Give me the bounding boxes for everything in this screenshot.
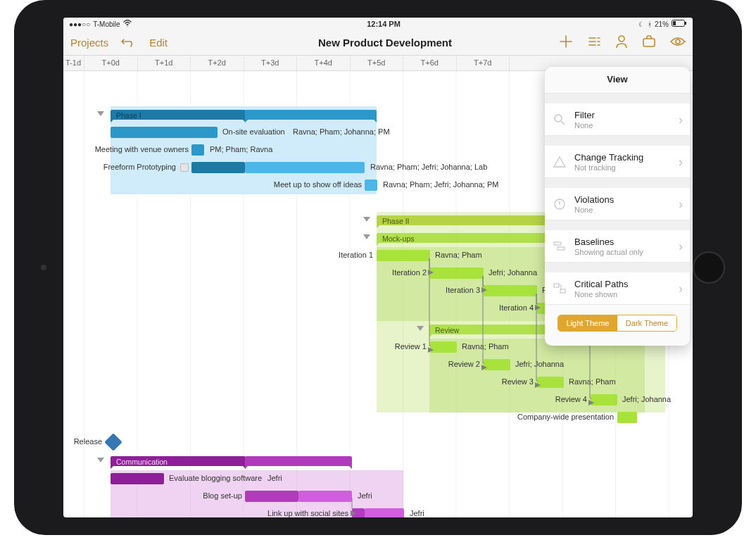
- blogsetup-bar-done[interactable]: [245, 491, 298, 502]
- release-milestone[interactable]: [104, 433, 122, 451]
- freeform-label: Freeform Prototyping: [63, 163, 176, 171]
- rev4-bar[interactable]: [591, 394, 617, 405]
- chevron-right-icon: ›: [679, 239, 683, 254]
- ipad-frame: 12:14 PM ●●●○○ T-Mobile ☾ ᚼ 21% New Prod…: [14, 0, 742, 535]
- ruler-tick: T+2d: [191, 56, 244, 70]
- iter3-bar[interactable]: [484, 285, 537, 296]
- svg-point-14: [555, 115, 562, 122]
- dark-theme-button[interactable]: Dark Theme: [617, 315, 676, 331]
- ruler-tick: T+4d: [297, 56, 351, 70]
- linkup-bar-done[interactable]: [352, 508, 365, 517]
- disclosure-icon[interactable]: [417, 326, 424, 331]
- iter4-label: Iteration 4: [63, 303, 534, 312]
- edit-button[interactable]: Edit: [149, 37, 168, 49]
- ruler-tick: T+1d: [138, 56, 191, 70]
- linkup-label: Link up with social sites: [63, 509, 348, 517]
- blogsetup-label: Blog set-up: [63, 491, 242, 500]
- projects-button[interactable]: Projects: [70, 37, 108, 49]
- undo-button[interactable]: [121, 35, 137, 50]
- svg-rect-17: [557, 247, 565, 250]
- rev3-res: Ravna; Pham: [569, 377, 616, 386]
- evalblog-label: Evaluate blogging software: [169, 474, 262, 482]
- briefcase-button[interactable]: [642, 35, 656, 51]
- svg-point-5: [676, 39, 680, 44]
- meeting-bar[interactable]: [191, 144, 204, 156]
- chevron-right-icon: ›: [679, 197, 683, 212]
- iter1-res: Ravna; Pham: [435, 251, 482, 259]
- ruler-tick: T+5d: [351, 56, 404, 70]
- release-label: Release: [63, 437, 102, 446]
- iter1-bar[interactable]: [377, 250, 430, 261]
- resources-button[interactable]: [615, 34, 628, 51]
- meetup-label: Meet up to show off ideas: [63, 180, 362, 189]
- rev1-label: Review 1: [63, 342, 427, 351]
- svg-rect-18: [554, 284, 559, 287]
- phase1-label: Phase I: [116, 111, 141, 120]
- companywide-label: Company-wide presentation: [63, 413, 614, 421]
- status-bar: 12:14 PM ●●●○○ T-Mobile ☾ ᚼ 21%: [63, 18, 693, 30]
- review-label: Review: [435, 326, 459, 334]
- rev1-res: Ravna; Pham: [462, 342, 509, 351]
- rev2-res: Jefri; Johanna: [515, 360, 564, 368]
- baselines-icon: [552, 241, 567, 251]
- rev3-label: Review 3: [63, 377, 534, 386]
- svg-point-3: [619, 36, 624, 42]
- blogsetup-bar-remain[interactable]: [298, 491, 352, 502]
- meetup-bar[interactable]: [365, 180, 377, 191]
- inspector-button[interactable]: [587, 34, 601, 51]
- chevron-right-icon: ›: [679, 155, 683, 170]
- rev2-bar[interactable]: [484, 359, 510, 370]
- svg-rect-4: [643, 39, 655, 46]
- view-button[interactable]: [670, 36, 686, 50]
- onsite-label: On-site evaluation: [222, 127, 285, 136]
- evalblog-res: Jefri: [267, 474, 282, 482]
- ruler-tick: T+3d: [244, 56, 298, 70]
- freeform-bar-done[interactable]: [191, 162, 245, 173]
- popover-change-tracking[interactable]: Change TrackingNot tracking ›: [545, 146, 690, 178]
- home-button[interactable]: [693, 251, 725, 284]
- meetup-res: Ravna; Pham; Jefri; Johanna; PM: [383, 180, 498, 189]
- iter3-label: Iteration 3: [63, 286, 480, 294]
- status-time: 12:14 PM: [69, 20, 693, 28]
- rev1-bar[interactable]: [430, 341, 457, 353]
- popover-critical-paths[interactable]: Critical PathsNone shown ›: [545, 272, 690, 305]
- violations-icon: [552, 198, 567, 210]
- iter2-res: Jefri; Johanna: [489, 268, 537, 277]
- companywide-bar[interactable]: [617, 412, 637, 423]
- chevron-right-icon: ›: [679, 282, 683, 296]
- view-popover: View FilterNone › Change TrackingNot tra…: [545, 67, 690, 346]
- light-theme-button[interactable]: Light Theme: [558, 315, 617, 331]
- screen: 12:14 PM ●●●○○ T-Mobile ☾ ᚼ 21% New Prod…: [63, 18, 693, 517]
- evalblog-bar[interactable]: [111, 473, 164, 484]
- communication-label: Communication: [116, 458, 168, 466]
- disclosure-icon[interactable]: [97, 111, 104, 116]
- disclosure-icon[interactable]: [363, 234, 370, 239]
- toolbar: New Product Development Projects Edit: [63, 30, 693, 56]
- ruler-tick: T+6d: [403, 56, 457, 70]
- theme-segmented[interactable]: Light Theme Dark Theme: [557, 315, 677, 332]
- mockups-label: Mock-ups: [382, 234, 415, 243]
- linkup-bar-remain[interactable]: [365, 508, 404, 517]
- popover-title: View: [545, 67, 690, 94]
- add-button[interactable]: [559, 34, 573, 51]
- note-icon[interactable]: [180, 163, 189, 172]
- triangle-icon: [552, 156, 567, 168]
- disclosure-icon[interactable]: [97, 458, 104, 463]
- onsite-bar[interactable]: [111, 127, 218, 138]
- disclosure-icon[interactable]: [363, 217, 370, 222]
- meeting-label: Meeting with venue owners: [63, 145, 189, 153]
- popover-baselines[interactable]: BaselinesShowing actual only ›: [545, 230, 690, 263]
- iter2-bar[interactable]: [430, 268, 484, 279]
- phase1-bar-remain[interactable]: [245, 110, 377, 120]
- rev3-bar[interactable]: [537, 377, 564, 388]
- popover-violations[interactable]: ViolationsNone ›: [545, 188, 690, 220]
- popover-filter[interactable]: FilterNone ›: [545, 103, 690, 136]
- meeting-res: PM; Pham; Ravna: [210, 145, 272, 153]
- rev4-res: Jefri; Johanna: [622, 395, 671, 403]
- freeform-res: Ravna; Pham; Jefri; Johanna; Lab: [370, 163, 487, 171]
- freeform-bar-remain[interactable]: [245, 162, 365, 173]
- communication-bar-remain[interactable]: [245, 456, 352, 466]
- critical-path-icon: [552, 283, 567, 294]
- linkup-res: Jefri: [410, 509, 424, 517]
- search-icon: [552, 113, 567, 126]
